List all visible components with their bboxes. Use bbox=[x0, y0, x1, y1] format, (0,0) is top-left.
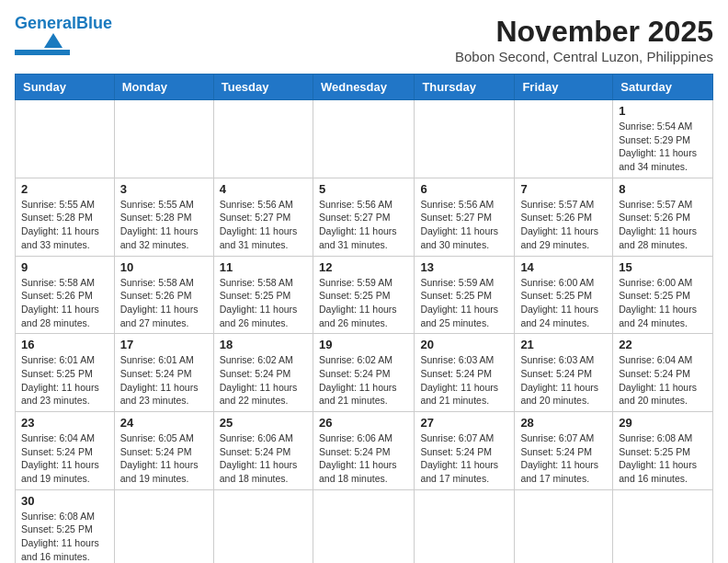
day-number: 4 bbox=[220, 182, 307, 196]
day-info: Sunrise: 5:54 AMSunset: 5:29 PMDaylight:… bbox=[619, 120, 707, 174]
day-cell: 11Sunrise: 5:58 AMSunset: 5:25 PMDayligh… bbox=[213, 256, 313, 334]
day-number: 29 bbox=[619, 416, 707, 430]
day-info: Sunrise: 5:55 AMSunset: 5:28 PMDaylight:… bbox=[120, 198, 208, 252]
title-area: November 2025 Bobon Second, Central Luzo… bbox=[455, 15, 713, 64]
location-title: Bobon Second, Central Luzon, Philippines bbox=[455, 49, 713, 64]
day-number: 17 bbox=[120, 338, 208, 351]
day-cell bbox=[313, 489, 414, 563]
calendar-table: SundayMondayTuesdayWednesdayThursdayFrid… bbox=[15, 74, 713, 563]
day-info: Sunrise: 6:02 AMSunset: 5:24 PMDaylight:… bbox=[319, 353, 408, 408]
day-cell: 19Sunrise: 6:02 AMSunset: 5:24 PMDayligh… bbox=[313, 334, 414, 412]
day-cell: 12Sunrise: 5:59 AMSunset: 5:25 PMDayligh… bbox=[313, 256, 414, 334]
day-cell: 20Sunrise: 6:03 AMSunset: 5:24 PMDayligh… bbox=[415, 334, 515, 412]
day-info: Sunrise: 5:59 AMSunset: 5:25 PMDaylight:… bbox=[420, 276, 508, 330]
day-info: Sunrise: 5:55 AMSunset: 5:28 PMDaylight:… bbox=[21, 198, 108, 252]
day-number: 9 bbox=[21, 260, 108, 274]
day-info: Sunrise: 6:08 AMSunset: 5:25 PMDaylight:… bbox=[619, 431, 707, 486]
day-number: 27 bbox=[420, 416, 508, 430]
month-title: November 2025 bbox=[455, 15, 713, 49]
day-cell: 8Sunrise: 5:57 AMSunset: 5:26 PMDaylight… bbox=[613, 178, 713, 256]
day-number: 2 bbox=[21, 182, 108, 196]
day-cell: 2Sunrise: 5:55 AMSunset: 5:28 PMDaylight… bbox=[16, 178, 115, 256]
day-info: Sunrise: 6:00 AMSunset: 5:25 PMDaylight:… bbox=[619, 276, 707, 330]
day-cell: 5Sunrise: 5:56 AMSunset: 5:27 PMDaylight… bbox=[313, 178, 414, 256]
day-number: 16 bbox=[21, 338, 108, 351]
day-cell: 23Sunrise: 6:04 AMSunset: 5:24 PMDayligh… bbox=[16, 412, 115, 490]
week-row-3: 9Sunrise: 5:58 AMSunset: 5:26 PMDaylight… bbox=[16, 256, 713, 334]
logo: GeneralBlue bbox=[15, 15, 112, 55]
day-number: 8 bbox=[619, 182, 707, 196]
col-header-wednesday: Wednesday bbox=[313, 75, 414, 100]
day-cell: 25Sunrise: 6:06 AMSunset: 5:24 PMDayligh… bbox=[213, 412, 313, 490]
day-number: 18 bbox=[220, 338, 307, 351]
day-cell bbox=[515, 100, 613, 178]
day-info: Sunrise: 6:04 AMSunset: 5:24 PMDaylight:… bbox=[619, 353, 707, 408]
col-header-tuesday: Tuesday bbox=[213, 75, 313, 100]
week-row-6: 30Sunrise: 6:08 AMSunset: 5:25 PMDayligh… bbox=[16, 489, 713, 563]
day-cell: 28Sunrise: 6:07 AMSunset: 5:24 PMDayligh… bbox=[515, 412, 613, 490]
day-cell: 14Sunrise: 6:00 AMSunset: 5:25 PMDayligh… bbox=[515, 256, 613, 334]
day-number: 20 bbox=[420, 338, 508, 351]
header-row: SundayMondayTuesdayWednesdayThursdayFrid… bbox=[16, 75, 713, 100]
day-cell: 29Sunrise: 6:08 AMSunset: 5:25 PMDayligh… bbox=[613, 412, 713, 490]
day-cell bbox=[515, 489, 613, 563]
day-info: Sunrise: 6:03 AMSunset: 5:24 PMDaylight:… bbox=[520, 353, 607, 408]
day-cell bbox=[114, 489, 213, 563]
day-cell: 22Sunrise: 6:04 AMSunset: 5:24 PMDayligh… bbox=[613, 334, 713, 412]
day-cell bbox=[213, 489, 313, 563]
logo-triangle-icon bbox=[44, 33, 63, 48]
day-cell: 27Sunrise: 6:07 AMSunset: 5:24 PMDayligh… bbox=[415, 412, 515, 490]
day-cell: 7Sunrise: 5:57 AMSunset: 5:26 PMDaylight… bbox=[515, 178, 613, 256]
day-number: 7 bbox=[520, 182, 607, 196]
day-number: 30 bbox=[21, 494, 108, 508]
day-info: Sunrise: 6:01 AMSunset: 5:24 PMDaylight:… bbox=[120, 353, 208, 408]
day-number: 14 bbox=[520, 260, 607, 274]
day-number: 22 bbox=[619, 338, 707, 351]
day-cell: 21Sunrise: 6:03 AMSunset: 5:24 PMDayligh… bbox=[515, 334, 613, 412]
week-row-5: 23Sunrise: 6:04 AMSunset: 5:24 PMDayligh… bbox=[16, 412, 713, 490]
day-cell: 17Sunrise: 6:01 AMSunset: 5:24 PMDayligh… bbox=[114, 334, 213, 412]
day-number: 23 bbox=[21, 416, 108, 430]
day-cell bbox=[415, 489, 515, 563]
day-info: Sunrise: 6:06 AMSunset: 5:24 PMDaylight:… bbox=[319, 431, 408, 486]
day-number: 11 bbox=[220, 260, 307, 274]
col-header-thursday: Thursday bbox=[415, 75, 515, 100]
day-number: 26 bbox=[319, 416, 408, 430]
col-header-monday: Monday bbox=[114, 75, 213, 100]
day-number: 21 bbox=[520, 338, 607, 351]
day-info: Sunrise: 5:56 AMSunset: 5:27 PMDaylight:… bbox=[420, 198, 508, 252]
day-info: Sunrise: 6:04 AMSunset: 5:24 PMDaylight:… bbox=[21, 431, 108, 486]
day-info: Sunrise: 5:59 AMSunset: 5:25 PMDaylight:… bbox=[319, 276, 408, 330]
day-info: Sunrise: 5:58 AMSunset: 5:26 PMDaylight:… bbox=[120, 276, 208, 330]
day-info: Sunrise: 5:57 AMSunset: 5:26 PMDaylight:… bbox=[619, 198, 707, 252]
day-number: 15 bbox=[619, 260, 707, 274]
day-info: Sunrise: 5:57 AMSunset: 5:26 PMDaylight:… bbox=[520, 198, 607, 252]
day-number: 28 bbox=[520, 416, 607, 430]
day-cell: 30Sunrise: 6:08 AMSunset: 5:25 PMDayligh… bbox=[16, 489, 115, 563]
day-cell bbox=[613, 489, 713, 563]
day-cell: 16Sunrise: 6:01 AMSunset: 5:25 PMDayligh… bbox=[16, 334, 115, 412]
week-row-1: 1Sunrise: 5:54 AMSunset: 5:29 PMDaylight… bbox=[16, 100, 713, 178]
day-number: 5 bbox=[319, 182, 408, 196]
day-number: 1 bbox=[619, 104, 707, 118]
day-cell: 24Sunrise: 6:05 AMSunset: 5:24 PMDayligh… bbox=[114, 412, 213, 490]
col-header-sunday: Sunday bbox=[16, 75, 115, 100]
header: GeneralBlue November 2025 Bobon Second, … bbox=[15, 15, 713, 64]
day-cell: 6Sunrise: 5:56 AMSunset: 5:27 PMDaylight… bbox=[415, 178, 515, 256]
day-number: 19 bbox=[319, 338, 408, 351]
day-number: 24 bbox=[120, 416, 208, 430]
day-cell bbox=[114, 100, 213, 178]
day-info: Sunrise: 6:05 AMSunset: 5:24 PMDaylight:… bbox=[120, 431, 208, 486]
day-cell: 26Sunrise: 6:06 AMSunset: 5:24 PMDayligh… bbox=[313, 412, 414, 490]
day-cell: 10Sunrise: 5:58 AMSunset: 5:26 PMDayligh… bbox=[114, 256, 213, 334]
day-number: 12 bbox=[319, 260, 408, 274]
day-number: 25 bbox=[220, 416, 307, 430]
logo-text: GeneralBlue bbox=[15, 15, 112, 31]
day-info: Sunrise: 6:07 AMSunset: 5:24 PMDaylight:… bbox=[420, 431, 508, 486]
day-cell bbox=[313, 100, 414, 178]
day-info: Sunrise: 5:56 AMSunset: 5:27 PMDaylight:… bbox=[220, 198, 307, 252]
col-header-friday: Friday bbox=[515, 75, 613, 100]
day-info: Sunrise: 6:07 AMSunset: 5:24 PMDaylight:… bbox=[520, 431, 607, 486]
day-cell: 15Sunrise: 6:00 AMSunset: 5:25 PMDayligh… bbox=[613, 256, 713, 334]
day-number: 10 bbox=[120, 260, 208, 274]
